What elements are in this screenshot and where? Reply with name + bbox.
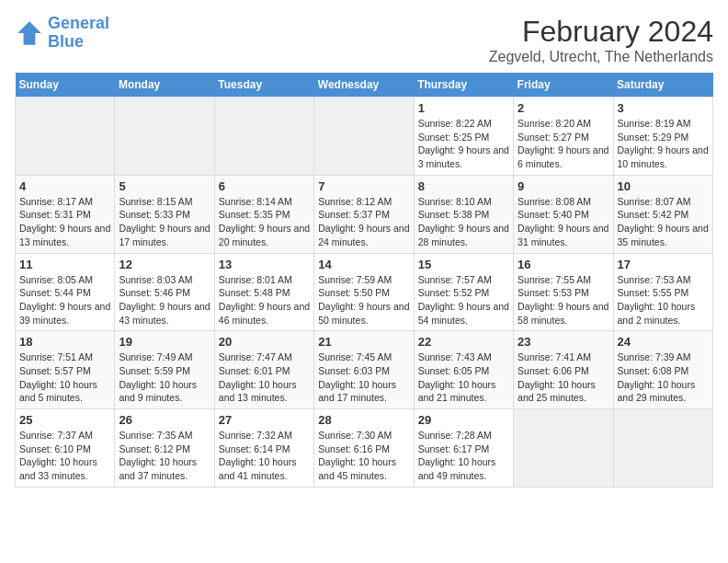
calendar-cell: 19Sunrise: 7:49 AMSunset: 5:59 PMDayligh… (115, 331, 214, 409)
day-number: 7 (318, 179, 409, 193)
calendar-cell: 22Sunrise: 7:43 AMSunset: 6:05 PMDayligh… (414, 331, 513, 409)
page-subtitle: Zegveld, Utrecht, The Netherlands (489, 49, 713, 65)
day-number: 14 (318, 258, 409, 271)
calendar-cell: 26Sunrise: 7:35 AMSunset: 6:12 PMDayligh… (115, 409, 214, 488)
day-info: Sunrise: 7:43 AMSunset: 6:05 PMDaylight:… (418, 350, 509, 405)
day-info: Sunrise: 8:19 AMSunset: 5:29 PMDaylight:… (618, 117, 709, 171)
day-info: Sunrise: 7:41 AMSunset: 6:06 PMDaylight:… (518, 350, 609, 405)
calendar-body: 1Sunrise: 8:22 AMSunset: 5:25 PMDaylight… (16, 98, 713, 488)
day-number: 18 (19, 335, 110, 349)
calendar-cell (16, 98, 115, 176)
weekday-header: Friday (514, 73, 613, 98)
day-number: 10 (618, 179, 709, 193)
calendar-table: SundayMondayTuesdayWednesdayThursdayFrid… (15, 73, 713, 488)
day-info: Sunrise: 8:20 AMSunset: 5:27 PMDaylight:… (518, 117, 609, 171)
weekday-header: Sunday (16, 73, 115, 98)
calendar-week-row: 1Sunrise: 8:22 AMSunset: 5:25 PMDaylight… (16, 98, 713, 176)
title-block: February 2024 Zegveld, Utrecht, The Neth… (489, 15, 713, 65)
calendar-cell: 28Sunrise: 7:30 AMSunset: 6:16 PMDayligh… (314, 409, 414, 488)
calendar-cell (314, 98, 414, 176)
day-info: Sunrise: 8:07 AMSunset: 5:42 PMDaylight:… (618, 195, 709, 249)
day-number: 26 (119, 413, 210, 427)
day-info: Sunrise: 7:30 AMSunset: 6:16 PMDaylight:… (318, 429, 409, 483)
calendar-cell: 16Sunrise: 7:55 AMSunset: 5:53 PMDayligh… (514, 253, 613, 331)
calendar-cell: 17Sunrise: 7:53 AMSunset: 5:55 PMDayligh… (613, 253, 712, 331)
day-info: Sunrise: 8:22 AMSunset: 5:25 PMDaylight:… (418, 117, 509, 171)
calendar-cell: 18Sunrise: 7:51 AMSunset: 5:57 PMDayligh… (16, 331, 115, 409)
day-info: Sunrise: 8:17 AMSunset: 5:31 PMDaylight:… (19, 195, 110, 249)
svg-marker-0 (17, 21, 41, 45)
calendar-cell (214, 98, 313, 176)
day-number: 3 (618, 101, 709, 115)
weekday-header: Monday (115, 73, 214, 98)
calendar-cell: 15Sunrise: 7:57 AMSunset: 5:52 PMDayligh… (414, 253, 513, 331)
day-info: Sunrise: 7:47 AMSunset: 6:01 PMDaylight:… (219, 350, 310, 405)
calendar-cell: 25Sunrise: 7:37 AMSunset: 6:10 PMDayligh… (16, 409, 115, 488)
logo-icon (15, 18, 44, 48)
day-number: 23 (518, 335, 609, 349)
day-info: Sunrise: 8:01 AMSunset: 5:48 PMDaylight:… (219, 273, 310, 327)
calendar-cell: 1Sunrise: 8:22 AMSunset: 5:25 PMDaylight… (414, 98, 513, 176)
logo: General Blue (15, 15, 109, 52)
calendar-cell: 2Sunrise: 8:20 AMSunset: 5:27 PMDaylight… (514, 98, 613, 176)
day-number: 12 (119, 258, 210, 271)
weekday-header: Saturday (613, 73, 712, 98)
page-title: February 2024 (489, 15, 713, 49)
weekday-header: Wednesday (314, 73, 414, 98)
page-header: General Blue February 2024 Zegveld, Utre… (15, 15, 713, 65)
calendar-cell: 8Sunrise: 8:10 AMSunset: 5:38 PMDaylight… (414, 175, 513, 253)
weekday-header: Thursday (414, 73, 513, 98)
day-info: Sunrise: 8:15 AMSunset: 5:33 PMDaylight:… (119, 195, 210, 249)
calendar-week-row: 11Sunrise: 8:05 AMSunset: 5:44 PMDayligh… (16, 253, 713, 331)
day-number: 8 (418, 179, 509, 193)
calendar-cell: 4Sunrise: 8:17 AMSunset: 5:31 PMDaylight… (16, 175, 115, 253)
day-number: 25 (19, 413, 110, 427)
calendar-cell: 14Sunrise: 7:59 AMSunset: 5:50 PMDayligh… (314, 253, 414, 331)
day-number: 19 (119, 335, 210, 349)
day-number: 11 (19, 258, 110, 271)
calendar-cell: 29Sunrise: 7:28 AMSunset: 6:17 PMDayligh… (414, 409, 513, 488)
day-number: 9 (518, 179, 609, 193)
day-info: Sunrise: 7:45 AMSunset: 6:03 PMDaylight:… (318, 350, 409, 405)
day-number: 27 (219, 413, 310, 427)
day-info: Sunrise: 8:12 AMSunset: 5:37 PMDaylight:… (318, 195, 409, 249)
day-number: 4 (19, 179, 110, 193)
day-number: 15 (418, 258, 509, 271)
day-info: Sunrise: 7:37 AMSunset: 6:10 PMDaylight:… (19, 429, 110, 483)
calendar-cell: 7Sunrise: 8:12 AMSunset: 5:37 PMDaylight… (314, 175, 414, 253)
day-number: 28 (318, 413, 409, 427)
day-number: 2 (518, 101, 609, 115)
logo-text: General Blue (48, 15, 109, 52)
day-number: 29 (418, 413, 509, 427)
calendar-cell: 20Sunrise: 7:47 AMSunset: 6:01 PMDayligh… (214, 331, 313, 409)
calendar-week-row: 25Sunrise: 7:37 AMSunset: 6:10 PMDayligh… (16, 409, 713, 488)
day-info: Sunrise: 8:08 AMSunset: 5:40 PMDaylight:… (518, 195, 609, 249)
day-info: Sunrise: 8:03 AMSunset: 5:46 PMDaylight:… (119, 273, 210, 327)
day-number: 17 (618, 258, 709, 271)
day-info: Sunrise: 7:51 AMSunset: 5:57 PMDaylight:… (19, 350, 110, 405)
calendar-cell: 10Sunrise: 8:07 AMSunset: 5:42 PMDayligh… (613, 175, 712, 253)
day-number: 13 (219, 258, 310, 271)
calendar-cell: 24Sunrise: 7:39 AMSunset: 6:08 PMDayligh… (613, 331, 712, 409)
calendar-header-row: SundayMondayTuesdayWednesdayThursdayFrid… (16, 73, 713, 98)
weekday-header: Tuesday (214, 73, 313, 98)
day-number: 21 (318, 335, 409, 349)
day-number: 5 (119, 179, 210, 193)
day-number: 22 (418, 335, 509, 349)
day-info: Sunrise: 8:10 AMSunset: 5:38 PMDaylight:… (418, 195, 509, 249)
day-info: Sunrise: 7:53 AMSunset: 5:55 PMDaylight:… (618, 273, 709, 327)
day-number: 16 (518, 258, 609, 271)
calendar-week-row: 4Sunrise: 8:17 AMSunset: 5:31 PMDaylight… (16, 175, 713, 253)
day-info: Sunrise: 7:35 AMSunset: 6:12 PMDaylight:… (119, 429, 210, 483)
calendar-cell (613, 409, 712, 488)
calendar-cell: 23Sunrise: 7:41 AMSunset: 6:06 PMDayligh… (514, 331, 613, 409)
calendar-cell: 5Sunrise: 8:15 AMSunset: 5:33 PMDaylight… (115, 175, 214, 253)
calendar-week-row: 18Sunrise: 7:51 AMSunset: 5:57 PMDayligh… (16, 331, 713, 409)
calendar-cell: 3Sunrise: 8:19 AMSunset: 5:29 PMDaylight… (613, 98, 712, 176)
day-info: Sunrise: 7:55 AMSunset: 5:53 PMDaylight:… (518, 273, 609, 327)
day-info: Sunrise: 8:05 AMSunset: 5:44 PMDaylight:… (19, 273, 110, 327)
day-info: Sunrise: 7:49 AMSunset: 5:59 PMDaylight:… (119, 350, 210, 405)
day-number: 24 (618, 335, 709, 349)
calendar-cell: 27Sunrise: 7:32 AMSunset: 6:14 PMDayligh… (214, 409, 313, 488)
day-info: Sunrise: 7:57 AMSunset: 5:52 PMDaylight:… (418, 273, 509, 327)
